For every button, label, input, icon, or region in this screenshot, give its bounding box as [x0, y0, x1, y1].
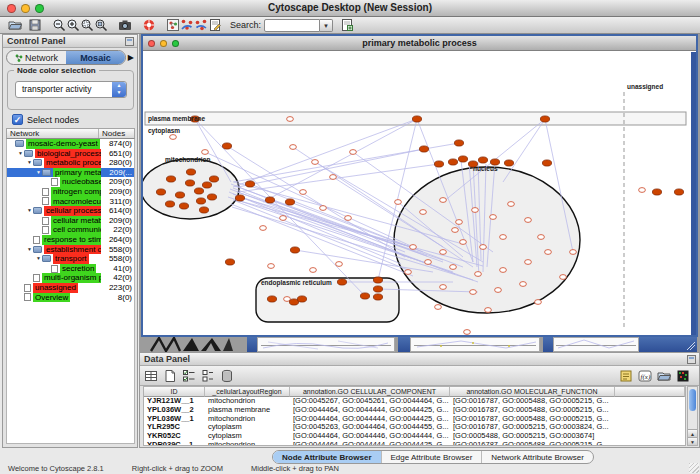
create-new-attribute-icon[interactable]	[163, 369, 177, 383]
attribute-matrix-icon[interactable]	[676, 369, 690, 383]
table-cell: YJR121W__1	[144, 397, 205, 406]
attribute-table[interactable]: ID_cellularLayoutRegionannotation.GO CEL…	[143, 386, 686, 446]
tree-row[interactable]: mosaic-demo-yeast874(0)	[7, 139, 134, 149]
import-network-icon[interactable]	[340, 18, 354, 32]
background-window-edge[interactable]	[639, 337, 697, 352]
svg-text:f(x): f(x)	[641, 373, 651, 381]
scrollbar-thumb[interactable]	[689, 389, 696, 411]
show-all-nodes-icon[interactable]	[194, 18, 208, 32]
network-window-titlebar[interactable]: primary metabolic process	[143, 36, 696, 51]
file-icon	[24, 284, 31, 292]
tree-row-label: cellular metabo	[51, 216, 101, 226]
tree-row[interactable]: ▼primary metabolic209(...	[7, 168, 134, 178]
tree-row-count: 209(...	[109, 168, 132, 178]
tree-row-label: response to stimul	[42, 235, 101, 245]
tab-node-attribute-browser[interactable]: Node Attribute Browser	[273, 451, 382, 463]
expander-icon[interactable]: ▼	[26, 206, 33, 216]
tree-row[interactable]: ▼establishment of lo558(0)	[7, 245, 134, 255]
expander-icon[interactable]: ▼	[26, 245, 33, 255]
tab-edge-attribute-browser[interactable]: Edge Attribute Browser	[382, 451, 483, 463]
more-tabs-icon[interactable]: ▶	[128, 53, 134, 62]
background-window-edge[interactable]	[398, 337, 410, 352]
background-window-edge[interactable]	[543, 337, 553, 352]
snapshot-camera-icon[interactable]	[118, 18, 132, 32]
dropdown-stepper-icon: ▲▼	[112, 82, 126, 97]
tree-row[interactable]: ▼metabolic process280(0)	[7, 158, 134, 168]
table-row[interactable]: YDR039C__1mitochondrion[GO:0044464, GO:0…	[144, 441, 685, 446]
tree-row-count: 209(0)	[109, 177, 132, 187]
tree-row[interactable]: Overview8(0)	[7, 293, 134, 303]
tab-network[interactable]: Network	[7, 51, 66, 64]
search-input[interactable]	[264, 19, 320, 32]
expander-icon[interactable]: ▼	[35, 254, 42, 264]
node-color-dropdown[interactable]: transporter activity ▲▼	[15, 81, 127, 98]
resize-grip[interactable]	[689, 463, 699, 473]
help-lifering-icon[interactable]	[142, 18, 156, 32]
column-header[interactable]: ID	[144, 387, 205, 397]
background-window-edge[interactable]	[247, 337, 257, 352]
zoom-out-icon[interactable]	[52, 18, 66, 32]
expander-icon[interactable]: ▼	[35, 168, 42, 178]
network-view-window[interactable]: primary metabolic process plasma membran…	[141, 34, 698, 337]
table-row[interactable]: YPL036W__2plasma membrane[GO:0044464, GO…	[144, 406, 685, 415]
scroll-up-icon[interactable]: ▲	[688, 429, 697, 437]
tab-mosaic[interactable]: Mosaic	[66, 51, 125, 64]
table-row[interactable]: YLR295Ccytoplasm[GO:0045263, GO:0044464,…	[144, 423, 685, 432]
app-title: Cytoscape Desktop (New Session)	[0, 2, 700, 13]
tree-row[interactable]: macromolecule311(0)	[7, 197, 134, 207]
tree-row-label: transport	[53, 254, 89, 264]
scroll-down-icon[interactable]: ▼	[688, 437, 697, 445]
hide-selected-nodes-icon[interactable]	[180, 18, 194, 32]
search-dropdown-icon[interactable]: ▼	[320, 19, 333, 32]
attribute-checklist-icon[interactable]	[182, 369, 196, 383]
tree-row[interactable]: unassigned223(0)	[7, 283, 134, 293]
zoom-in-icon[interactable]	[66, 18, 80, 32]
select-attributes-grid-icon[interactable]	[144, 369, 158, 383]
expander-icon[interactable]: ▼	[17, 149, 24, 159]
tree-row[interactable]: ▼biological_process651(0)	[7, 149, 134, 159]
network-overview-icon[interactable]	[166, 18, 180, 32]
zoom-fit-content-icon[interactable]	[94, 18, 108, 32]
annotation-icon[interactable]	[208, 18, 222, 32]
tree-row[interactable]: cell communicat22(0)	[7, 225, 134, 235]
network-canvas[interactable]: plasma membranecytoplasmmitochondrionnuc…	[143, 52, 696, 335]
background-window-fragment[interactable]	[553, 337, 639, 352]
column-header[interactable]: annotation.GO CELLULAR_COMPONENT	[290, 387, 450, 397]
table-cell: [GO:0044464, GO:0044444, GO:0044425, G..…	[290, 415, 450, 424]
table-row[interactable]: YJR121W__1mitochondrion[GO:0045267, GO:0…	[144, 397, 685, 406]
table-row[interactable]: YKR052Ccytoplasm[GO:0044464, GO:0044446,…	[144, 432, 685, 441]
tab-network-attribute-browser[interactable]: Network Attribute Browser	[482, 451, 592, 463]
tree-row[interactable]: response to stimul264(0)	[7, 235, 134, 245]
background-window-fragment[interactable]	[410, 337, 540, 352]
zoom-selected-region-icon[interactable]	[80, 18, 94, 32]
select-nodes-checkbox[interactable]: ✓	[12, 114, 23, 125]
float-panel-icon[interactable]	[125, 37, 134, 46]
tree-row-label: unassigned	[33, 283, 78, 293]
table-row[interactable]: YPL036W__1mitochondrion[GO:0044464, GO:0…	[144, 415, 685, 424]
open-file-icon[interactable]	[8, 18, 22, 32]
column-header[interactable]: annotation.GO MOLECULAR_FUNCTION	[450, 387, 615, 397]
formula-fx-icon[interactable]: f(x)	[638, 369, 652, 383]
expander-icon[interactable]: ▼	[26, 158, 33, 168]
attribute-batch-icon[interactable]	[201, 369, 215, 383]
data-panel-toolbar: f(x)	[140, 366, 699, 386]
delete-attribute-icon[interactable]	[220, 369, 234, 383]
save-session-icon[interactable]	[28, 18, 42, 32]
tree-row-label: Overview	[33, 293, 70, 303]
column-header[interactable]: _cellularLayoutRegion	[205, 387, 290, 397]
table-scrollbar[interactable]: ▲ ▼	[687, 386, 698, 446]
tree-row[interactable]: ▼transport558(0)	[7, 254, 134, 264]
label-note-icon[interactable]	[619, 369, 633, 383]
tree-row-count: 558(0)	[109, 245, 132, 255]
import-attributes-folder-icon[interactable]	[657, 369, 671, 383]
tree-row[interactable]: secretion41(0)	[7, 264, 134, 274]
background-window-fragment[interactable]	[257, 337, 395, 352]
tree-row[interactable]: ▼cellular process614(0)	[7, 206, 134, 216]
folder-icon	[15, 140, 24, 147]
tree-row[interactable]: nitrogen compo209(0)	[7, 187, 134, 197]
app-titlebar[interactable]: Cytoscape Desktop (New Session)	[0, 0, 700, 17]
float-panel-icon[interactable]	[687, 355, 696, 364]
tree-row[interactable]: cellular metabo209(0)	[7, 216, 134, 226]
tree-row[interactable]: nucleobase-209(0)	[7, 177, 134, 187]
tree-row[interactable]: multi-organism pro42(0)	[7, 273, 134, 283]
